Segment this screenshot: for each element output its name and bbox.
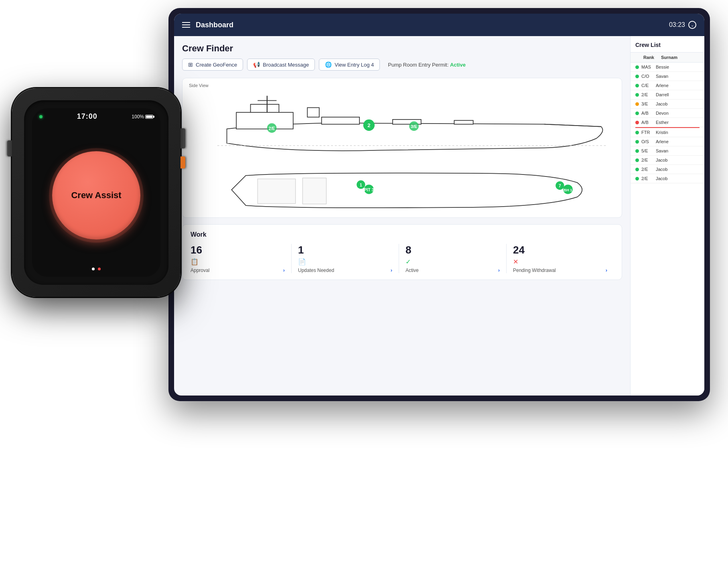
svg-rect-18: [302, 178, 326, 204]
crew-rank: 5/E: [641, 148, 656, 153]
work-stat-updates: 1 📄 Updates Needed ›: [292, 244, 399, 273]
crew-status-dot: [635, 65, 639, 69]
crew-assist-button[interactable]: Crew Assist: [52, 151, 140, 239]
create-geofence-button[interactable]: ⊞ Create GeoFence: [182, 59, 243, 71]
watch-screen: 17:00 100% Crew Assist: [32, 108, 160, 277]
header-chevron-icon[interactable]: ⌄: [688, 21, 696, 29]
tablet-device: Dashboard 03:23 ⌄ Crew Finder ⊞ Create G…: [168, 8, 710, 401]
tablet-header: Dashboard 03:23 ⌄: [174, 14, 704, 36]
battery-icon: [145, 115, 153, 119]
crew-list-title: Crew List: [631, 36, 704, 53]
watch-time-display: 17:00: [77, 112, 97, 121]
crew-rank: 3/E: [641, 101, 656, 106]
ship-diagram-area: Side View: [182, 78, 622, 218]
list-item: 2/E Jacob: [631, 156, 704, 165]
pending-icon-row: ✕: [513, 258, 607, 266]
watch-dot-1: [92, 268, 95, 270]
updates-label-row: Updates Needed ›: [298, 267, 392, 273]
list-item: C/O Savan: [631, 72, 704, 81]
pending-icon: ✕: [513, 258, 518, 266]
watch-dot-2: [98, 268, 101, 270]
svg-text:3/E: 3/E: [411, 124, 417, 129]
svg-rect-1: [251, 104, 279, 112]
crew-list-panel: Crew List Rank Surnam MAS Bessie C/O Sav…: [630, 36, 704, 396]
updates-label: Updates Needed: [298, 268, 334, 273]
active-label-row: Active ›: [406, 267, 500, 273]
crew-col-rank-header: Rank: [643, 55, 661, 60]
svg-rect-0: [236, 112, 293, 129]
crew-status-dot: [635, 177, 639, 181]
crew-surname: Arlene: [656, 83, 700, 88]
updates-chevron-icon[interactable]: ›: [391, 267, 392, 273]
pending-chevron-icon[interactable]: ›: [606, 267, 607, 273]
crew-surname: Bessie: [656, 65, 700, 69]
pending-count: 24: [513, 244, 607, 256]
crew-rank: C/E: [641, 83, 656, 88]
active-label: Active: [406, 268, 419, 273]
work-stat-active: 8 ✓ Active ›: [399, 244, 507, 273]
svg-rect-7: [307, 108, 319, 117]
watch-bezel: 17:00 100% Crew Assist: [24, 100, 168, 285]
entry-log-icon: 🌐: [325, 61, 332, 68]
crew-surname: Savan: [656, 148, 700, 153]
smartwatch-device: 17:00 100% Crew Assist: [12, 88, 213, 337]
list-item: 2/E Jacob: [631, 174, 704, 183]
updates-icon-row: 📄: [298, 258, 392, 266]
action-buttons-row: ⊞ Create GeoFence 📢 Broadcast Message 🌐 …: [182, 59, 622, 71]
crew-col-surname-header: Surnam: [661, 55, 700, 60]
crew-status-dot: [635, 131, 639, 134]
work-title: Work: [191, 231, 614, 238]
watch-side-button-left[interactable]: [7, 140, 12, 156]
broadcast-icon: 📢: [253, 61, 260, 68]
work-section: Work 16 📋 Approval ›: [182, 224, 622, 280]
crew-surname: Jacob: [656, 176, 700, 181]
list-item: 5/E Savan: [631, 146, 704, 156]
crew-status-dot: [635, 75, 639, 78]
svg-text:1: 1: [360, 183, 362, 187]
watch-side-button-bottom[interactable]: [180, 156, 185, 168]
crew-rank: 2/E: [641, 176, 656, 181]
watch-status-bar: 17:00 100%: [32, 108, 160, 123]
broadcast-message-label: Broadcast Message: [263, 62, 309, 68]
active-icon: ✓: [406, 258, 411, 266]
work-stats-row: 16 📋 Approval › 1 �: [191, 244, 614, 273]
pump-permit-label: Pump Room Entry Permit: Active: [388, 62, 466, 68]
crew-rank: MAS: [641, 65, 656, 69]
crew-surname: Arlene: [656, 139, 700, 144]
crew-surname: Devon: [656, 111, 700, 116]
approval-chevron-icon[interactable]: ›: [283, 267, 285, 273]
active-icon-row: ✓: [406, 258, 500, 266]
crew-status-dot: [635, 149, 639, 153]
crew-surname: Jacob: [656, 101, 700, 106]
view-entry-log-button[interactable]: 🌐 View Entry Log 4: [319, 59, 380, 71]
list-item: 3/E Jacob: [631, 99, 704, 109]
crew-assist-label: Crew Assist: [71, 190, 121, 201]
svg-text:PIT 3: PIT 3: [364, 187, 374, 192]
crew-rank: C/O: [641, 74, 656, 79]
geofence-icon: ⊞: [188, 61, 193, 68]
watch-body: 17:00 100% Crew Assist: [12, 88, 180, 297]
watch-side-button-top[interactable]: [180, 128, 185, 148]
watch-led-indicator: [39, 115, 43, 118]
broadcast-message-button[interactable]: 📢 Broadcast Message: [247, 59, 315, 71]
pending-label-row: Pending Withdrawal ›: [513, 267, 607, 273]
crew-status-dot: [635, 102, 639, 106]
crew-surname: Savan: [656, 74, 700, 79]
svg-rect-17: [258, 179, 295, 203]
crew-status-dot: [635, 168, 639, 171]
crew-rank: FTR: [641, 130, 656, 135]
main-panel: Crew Finder ⊞ Create GeoFence 📢 Broadcas…: [174, 36, 630, 396]
updates-count: 1: [298, 244, 392, 256]
active-chevron-icon[interactable]: ›: [498, 267, 500, 273]
pump-permit-status: Active: [450, 62, 466, 68]
crew-status-dot: [635, 112, 639, 115]
crew-status-dot: [635, 84, 639, 87]
work-stat-pending: 24 ✕ Pending Withdrawal ›: [507, 244, 614, 273]
view-entry-log-label: View Entry Log 4: [335, 62, 374, 68]
crew-status-dot: [635, 93, 639, 97]
hamburger-menu-icon[interactable]: [182, 22, 190, 28]
battery-percentage: 100%: [132, 114, 144, 120]
list-item: MAS Bessie: [631, 63, 704, 72]
tablet-screen: Dashboard 03:23 ⌄ Crew Finder ⊞ Create G…: [174, 14, 704, 396]
crew-status-dot: [635, 140, 639, 144]
